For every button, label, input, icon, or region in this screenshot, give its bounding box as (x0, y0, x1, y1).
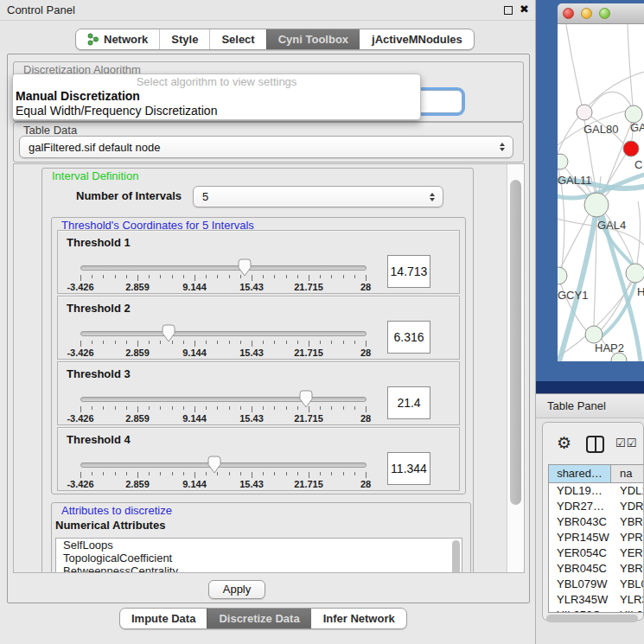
node-top-right[interactable] (625, 105, 642, 123)
table-data-combobox[interactable]: galFiltered.sif default node (19, 136, 513, 158)
table-cell[interactable]: YIL0 (611, 608, 643, 613)
select-columns-icon[interactable]: ☑☑ (615, 437, 637, 450)
slider-tick-label: -3.426 (61, 282, 100, 292)
threshold-slider[interactable]: -3.4262.8599.14415.4321.71528 (80, 362, 367, 426)
numerical-attributes-list[interactable]: SelfLoopsTopologicalCoefficientBetweenne… (55, 538, 462, 573)
slider-track[interactable] (80, 331, 367, 336)
threshold-value-field[interactable]: 21.4 (387, 386, 430, 419)
table-cell[interactable]: YDL1 (611, 483, 643, 499)
table-cell[interactable]: YBR045C (549, 561, 611, 577)
slider-handle[interactable] (207, 456, 221, 474)
slider-tick (206, 275, 207, 278)
threshold-value-field[interactable]: 11.344 (387, 452, 430, 485)
apply-button[interactable]: Apply (208, 580, 265, 599)
network-edge[interactable] (590, 92, 631, 108)
table-cell[interactable]: YER0 (611, 545, 643, 561)
slider-track[interactable] (80, 397, 367, 402)
tab-cyni-toolbox[interactable]: Cyni Toolbox (266, 29, 360, 49)
slider-tick (115, 275, 116, 278)
network-edge[interactable] (637, 201, 641, 264)
network-edge[interactable] (566, 24, 582, 105)
tab-network[interactable]: Network (76, 29, 159, 49)
window-close-icon[interactable]: ✖ (520, 3, 529, 16)
table-cell[interactable]: YDL19… (549, 483, 611, 499)
threshold-value-field[interactable]: 14.713 (387, 255, 430, 288)
table-row[interactable]: YBR045CYBR0 (549, 561, 643, 577)
node-red-selected[interactable] (623, 141, 639, 156)
tab-select[interactable]: Select (209, 29, 265, 49)
table-row[interactable]: YIL052CYIL0 (549, 608, 643, 613)
traffic-light-close-icon[interactable] (563, 8, 574, 19)
network-canvas[interactable]: GAL80GACGAL11GAL4GCY1HHAP2 (558, 24, 644, 361)
table-row[interactable]: YDL19…YDL1 (549, 483, 643, 499)
slider-track[interactable] (80, 462, 367, 468)
tab-discretize-data[interactable]: Discretize Data (207, 609, 310, 628)
table-column-header[interactable]: shared… (549, 465, 611, 482)
traffic-light-zoom-icon[interactable] (599, 8, 610, 19)
node-gal11[interactable] (558, 154, 568, 169)
table-row[interactable]: YER054CYER0 (549, 545, 643, 561)
algorithm-option-equal-width[interactable]: Equal Width/Frequency Discretization (13, 104, 420, 118)
settings-vertical-scrollbar[interactable] (507, 164, 524, 572)
tab-impute-data[interactable]: Impute Data (120, 609, 207, 628)
slider-tick (172, 472, 173, 475)
node-h[interactable] (626, 264, 644, 283)
threshold-slider[interactable]: -3.4262.8599.14415.4321.71528 (80, 296, 367, 360)
table-cell[interactable]: YDR27… (549, 499, 611, 514)
attribute-list-item[interactable]: SelfLoops (56, 539, 462, 552)
table-data-value: galFiltered.sif default node (20, 141, 500, 154)
slider-tick-label: 28 (346, 413, 386, 424)
table-row[interactable]: YPR145WYPR1 (549, 530, 643, 545)
table-cell[interactable]: YPR145W (549, 530, 611, 545)
slider-handle[interactable] (162, 324, 175, 342)
table-cell[interactable]: YER054C (549, 545, 611, 561)
table-cell[interactable]: YDR2 (611, 499, 643, 514)
table-cell[interactable]: YBR043C (549, 514, 611, 530)
algorithm-option-manual[interactable]: Manual Discretization (13, 89, 420, 104)
attribute-list-item[interactable]: BetweennessCentrality (56, 564, 462, 573)
slider-tick (286, 472, 287, 475)
table-cell[interactable]: YPR1 (611, 530, 643, 545)
table-cell[interactable]: YLR345W (549, 592, 611, 608)
slider-tick-label: 15.43 (232, 282, 271, 292)
table-row[interactable]: YDR27…YDR2 (549, 499, 643, 514)
table-cell[interactable]: YBL079W (549, 577, 611, 592)
settings-scrollbar-thumb[interactable] (510, 180, 521, 505)
network-graph[interactable]: GAL80GACGAL11GAL4GCY1HHAP2 (558, 24, 644, 361)
tab-jactivemnodules[interactable]: jActiveMNodules (360, 29, 474, 49)
table-row[interactable]: YLR345WYLR3 (549, 592, 643, 608)
traffic-light-minimize-icon[interactable] (581, 8, 592, 19)
window-float-icon[interactable] (504, 6, 513, 15)
node-gcy1[interactable] (558, 267, 567, 284)
table-cell[interactable]: YBR0 (611, 514, 643, 530)
attributes-scrollbar[interactable] (452, 540, 460, 573)
slider-handle[interactable] (299, 390, 313, 408)
slider-tick (274, 472, 275, 475)
table-cell[interactable]: YLR3 (611, 592, 643, 608)
node-hap2[interactable] (585, 326, 603, 343)
threshold-slider[interactable]: -3.4262.8599.14415.4321.71528 (80, 231, 367, 295)
table-row[interactable]: YBR043CYBR0 (549, 514, 643, 530)
table-cell[interactable]: YBR0 (611, 561, 643, 577)
threshold-slider[interactable]: -3.4262.8599.14415.4321.71528 (80, 428, 367, 492)
slider-handle[interactable] (238, 258, 252, 277)
threshold-value-field[interactable]: 6.316 (387, 321, 430, 354)
number-of-intervals-spinner[interactable]: 5 (193, 186, 443, 207)
network-edge[interactable] (628, 24, 633, 105)
table-column-header[interactable]: na (611, 465, 643, 482)
table-cell[interactable]: YBL0 (611, 577, 643, 592)
table-row[interactable]: YBL079WYBL0 (549, 577, 643, 592)
table-cell[interactable]: YIL052C (549, 608, 611, 613)
table-horizontal-scrollbar[interactable] (546, 615, 638, 622)
split-view-icon[interactable] (586, 436, 604, 453)
slider-track[interactable] (80, 265, 367, 271)
node-table[interactable]: shared…na YDL19…YDL1YDR27…YDR2YBR043CYBR… (548, 464, 643, 613)
node-gal80[interactable] (577, 105, 592, 120)
tab-infer-network[interactable]: Infer Network (311, 609, 406, 628)
network-window-titlebar[interactable] (558, 3, 644, 24)
attribute-list-item[interactable]: TopologicalCoefficient (56, 552, 462, 564)
tab-style[interactable]: Style (159, 29, 209, 49)
node-gal4[interactable] (584, 193, 609, 217)
slider-tick-label: 21.715 (289, 413, 328, 424)
gear-icon[interactable]: ⚙ (557, 433, 571, 453)
